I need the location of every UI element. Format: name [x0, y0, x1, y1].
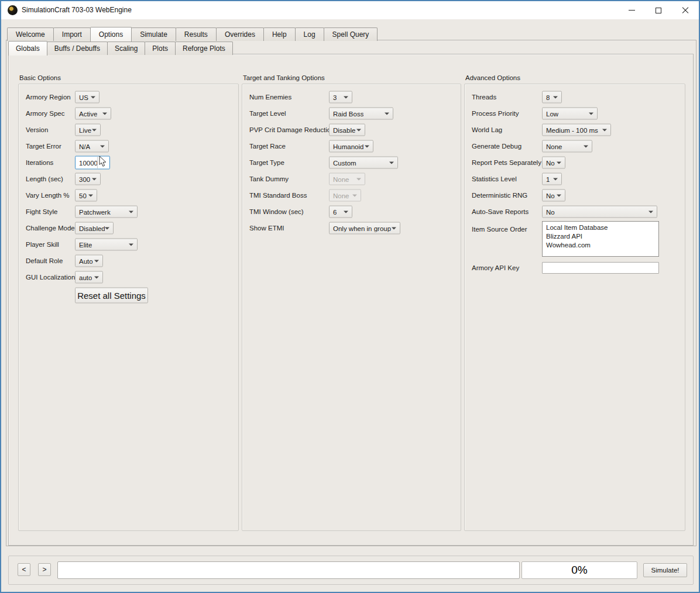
process-priority-dropdown[interactable]: Low [542, 108, 598, 120]
advanced-options-title: Advanced Options [465, 74, 520, 81]
globals-page: Basic Options Armory Region US Armory Sp… [8, 54, 694, 546]
auto-save-reports-row: Auto-Save Reports No [465, 204, 685, 220]
list-item[interactable]: Local Item Database [546, 223, 658, 232]
player-skill-dropdown[interactable]: Elite [75, 239, 138, 251]
armory-region-dropdown[interactable]: US [75, 91, 99, 104]
chevron-down-icon [392, 227, 396, 229]
simulate-button[interactable]: Simulate! [643, 563, 687, 577]
report-pets-dropdown[interactable]: No [542, 157, 565, 169]
list-item[interactable]: Wowhead.com [546, 241, 658, 250]
threads-dropdown[interactable]: 8 [542, 91, 562, 104]
statistics-level-dropdown[interactable]: 1 [542, 173, 562, 185]
armory-spec-label: Armory Spec [26, 110, 64, 117]
chevron-down-icon [129, 211, 133, 213]
default-role-dropdown[interactable]: Auto [75, 255, 103, 267]
threads-label: Threads [472, 94, 496, 101]
maximize-icon [656, 8, 661, 13]
iterations-combobox[interactable]: 10000 [75, 156, 110, 170]
target-options-title: Target and Tanking Options [243, 74, 325, 81]
minimize-icon [629, 10, 635, 11]
tmi-standard-boss-dropdown: None [329, 189, 361, 202]
challenge-mode-dropdown[interactable]: Disabled [75, 222, 114, 235]
window-controls [618, 1, 699, 19]
target-error-label: Target Error [26, 143, 61, 150]
target-type-dropdown[interactable]: Custom [329, 157, 398, 169]
close-button[interactable] [672, 1, 699, 19]
subtab-globals[interactable]: Globals [8, 41, 47, 56]
armory-region-label: Armory Region [26, 94, 71, 101]
tab-log[interactable]: Log [295, 27, 324, 41]
tab-overrides[interactable]: Overrides [216, 27, 264, 41]
chevron-down-icon [105, 227, 109, 229]
auto-save-reports-dropdown[interactable]: No [542, 206, 657, 218]
process-priority-label: Process Priority [472, 110, 519, 117]
minimize-button[interactable] [618, 1, 645, 19]
tab-welcome[interactable]: Welcome [7, 27, 54, 41]
reset-all-settings-button[interactable]: Reset all Settings [75, 288, 148, 304]
default-role-label: Default Role [26, 257, 63, 264]
chevron-down-icon [557, 161, 561, 164]
list-item[interactable]: Blizzard API [546, 232, 658, 241]
target-race-dropdown[interactable]: Humanoid [329, 140, 373, 153]
armory-api-key-input[interactable] [542, 262, 659, 274]
deterministic-rng-row: Deterministic RNG No [465, 187, 685, 204]
fight-style-dropdown[interactable]: Patchwerk [75, 206, 138, 218]
world-lag-row: World Lag Medium - 100 ms [465, 122, 685, 138]
deterministic-rng-dropdown[interactable]: No [542, 189, 565, 202]
chevron-down-icon [94, 260, 99, 262]
basic-options-title: Basic Options [19, 74, 61, 81]
forward-button[interactable]: > [38, 563, 51, 576]
num-enemies-row: Num Enemies 3 [242, 89, 461, 105]
tab-help[interactable]: Help [263, 27, 296, 41]
subtab-plots[interactable]: Plots [145, 42, 176, 55]
target-error-dropdown[interactable]: N/A [75, 140, 109, 153]
item-source-order-row: Item Source Order Local Item Database Bl… [465, 220, 685, 258]
show-etmi-dropdown[interactable]: Only when in group [329, 222, 400, 235]
version-dropdown[interactable]: Live [75, 124, 101, 136]
generate-debug-dropdown[interactable]: None [542, 140, 592, 153]
subtab-buffs-debuffs[interactable]: Buffs / Debuffs [47, 42, 108, 55]
reset-row: Reset all Settings [19, 285, 238, 305]
armory-region-row: Armory Region US [19, 89, 238, 105]
title-bar: SimulationCraft 703-03 WebEngine [1, 1, 699, 19]
maximize-button[interactable] [645, 1, 672, 19]
length-dropdown[interactable]: 300 [75, 173, 101, 185]
chevron-down-icon [602, 129, 607, 131]
threads-row: Threads 8 [465, 89, 685, 105]
chevron-down-icon [389, 161, 394, 164]
gui-localization-label: GUI Localization [26, 274, 75, 281]
chevron-down-icon [100, 145, 105, 147]
num-enemies-dropdown[interactable]: 3 [329, 91, 352, 104]
armory-spec-dropdown[interactable]: Active [75, 108, 111, 120]
report-pets-row: Report Pets Separately No [465, 154, 685, 171]
gui-localization-dropdown[interactable]: auto [75, 271, 103, 284]
target-race-label: Target Race [249, 143, 286, 150]
vary-length-dropdown[interactable]: 50 [75, 189, 97, 202]
main-tab-bar: Welcome Import Options Simulate Results … [7, 26, 377, 41]
target-level-dropdown[interactable]: Raid Boss [329, 108, 393, 120]
pvp-crit-dropdown[interactable]: Disable [329, 124, 365, 136]
tab-options[interactable]: Options [90, 27, 132, 42]
subtab-scaling[interactable]: Scaling [107, 42, 145, 55]
gui-localization-row: GUI Localization auto [19, 269, 238, 285]
tab-spell-query[interactable]: Spell Query [324, 27, 378, 41]
world-lag-label: World Lag [472, 126, 502, 133]
chevron-down-icon [352, 194, 357, 196]
progress-bar: 0% [521, 561, 637, 579]
tmi-window-dropdown[interactable]: 6 [329, 206, 352, 218]
tab-simulate[interactable]: Simulate [131, 27, 176, 41]
subtab-reforge-plots[interactable]: Reforge Plots [175, 42, 233, 55]
player-skill-label: Player Skill [26, 241, 59, 248]
dropdown-arrow-button[interactable] [97, 157, 106, 169]
armory-api-key-label: Armory API Key [472, 264, 519, 271]
back-button[interactable]: < [18, 563, 30, 576]
tmi-window-row: TMI Window (sec) 6 [242, 204, 461, 220]
item-source-order-list[interactable]: Local Item Database Blizzard API Wowhead… [542, 221, 659, 257]
command-input[interactable] [57, 561, 520, 579]
tab-import[interactable]: Import [53, 27, 91, 41]
world-lag-dropdown[interactable]: Medium - 100 ms [542, 124, 611, 136]
chevron-down-icon [129, 243, 133, 246]
target-level-label: Target Level [249, 110, 286, 117]
tab-results[interactable]: Results [176, 27, 217, 41]
target-options-group: Target and Tanking Options Num Enemies 3… [242, 84, 461, 531]
